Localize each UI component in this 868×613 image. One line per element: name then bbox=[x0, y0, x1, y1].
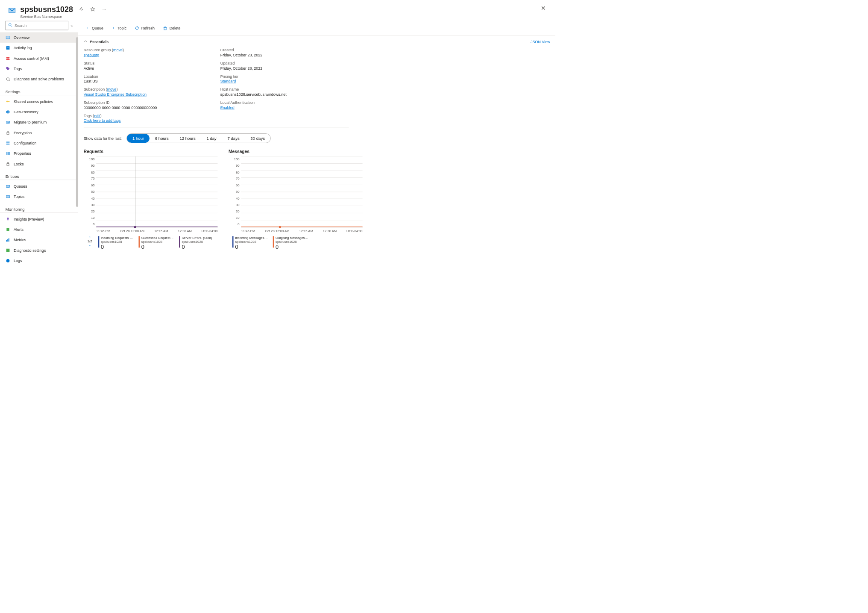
subscription-label: Subscription (move) bbox=[84, 87, 212, 91]
chevron-up-icon bbox=[84, 39, 88, 44]
y-tick: 60 bbox=[236, 183, 240, 187]
pricing-tier-label: Pricing tier bbox=[220, 74, 349, 78]
sidebar-item-locks[interactable]: Locks bbox=[0, 159, 78, 169]
sidebar-item-label: Diagnose and solve problems bbox=[14, 77, 64, 81]
plot-area[interactable] bbox=[96, 156, 217, 227]
sidebar-item-access-control-iam-[interactable]: Access control (IAM) bbox=[0, 53, 78, 63]
local-auth-value[interactable]: Enabled bbox=[220, 105, 349, 109]
delete-button[interactable]: Delete bbox=[160, 24, 184, 32]
legend-item[interactable]: Incoming Requests (Sum)spsbusns10280 bbox=[98, 236, 134, 250]
svg-line-2 bbox=[11, 26, 12, 27]
search-icon bbox=[9, 23, 12, 28]
y-tick: 100 bbox=[234, 157, 240, 161]
status-value: Active bbox=[84, 66, 212, 70]
json-view-link[interactable]: JSON View bbox=[531, 39, 550, 44]
legend-series-name: Incoming Messages (Sum) bbox=[235, 236, 268, 240]
svg-rect-3 bbox=[6, 36, 10, 38]
y-tick: 80 bbox=[91, 170, 95, 174]
page-subtitle: Service Bus Namespace bbox=[20, 14, 537, 18]
sidebar-item-tags[interactable]: Tags bbox=[0, 63, 78, 74]
refresh-button[interactable]: Refresh bbox=[132, 24, 158, 32]
sidebar-item-diagnose-and-solve-problems[interactable]: Diagnose and solve problems bbox=[0, 74, 78, 84]
sidebar-item-migrate-to-premium[interactable]: Migrate to premium bbox=[0, 117, 78, 127]
alerts-icon bbox=[6, 227, 11, 232]
svg-point-1 bbox=[9, 24, 11, 26]
star-icon[interactable] bbox=[89, 6, 96, 12]
legend-item[interactable]: Incoming Messages (Sum)spsbusns10280 bbox=[232, 236, 268, 250]
time-option-30-days[interactable]: 30 days bbox=[245, 134, 270, 143]
legend-color-bar bbox=[98, 236, 100, 248]
resource-group-label: Resource group (move) bbox=[84, 48, 212, 52]
svg-rect-17 bbox=[7, 133, 9, 134]
chart-title: Messages bbox=[229, 149, 363, 154]
sidebar-item-shared-access-policies[interactable]: Shared access policies bbox=[0, 96, 78, 106]
svg-line-11 bbox=[9, 80, 10, 81]
legend-series-value: 0 bbox=[276, 244, 308, 250]
svg-rect-5 bbox=[7, 47, 9, 47]
sidebar-item-topics[interactable]: Topics bbox=[0, 192, 78, 202]
tags-add-link[interactable]: Click here to add tags bbox=[84, 118, 349, 123]
chevron-up-icon[interactable]: ⌃ bbox=[88, 236, 91, 239]
sidebar-item-activity-log[interactable]: Activity log bbox=[0, 43, 78, 53]
legend-series-value: 0 bbox=[141, 244, 174, 250]
sidebar-item-queues[interactable]: Queues bbox=[0, 181, 78, 192]
sidebar-item-alerts[interactable]: Alerts bbox=[0, 224, 78, 235]
time-option-7-days[interactable]: 7 days bbox=[222, 134, 245, 143]
search-input[interactable] bbox=[15, 23, 65, 27]
sidebar-item-overview[interactable]: Overview bbox=[0, 32, 78, 43]
updated-value: Friday, October 28, 2022 bbox=[220, 66, 349, 70]
sidebar-item-diagnostic-settings[interactable]: Diagnostic settings bbox=[0, 245, 78, 255]
sidebar-item-logs[interactable]: Logs bbox=[0, 256, 78, 266]
resource-group-value[interactable]: spsbusrg bbox=[84, 53, 212, 57]
scrollbar[interactable] bbox=[76, 37, 78, 207]
legend-series-sub: spsbusns1028 bbox=[101, 240, 134, 244]
sidebar-item-configuration[interactable]: Configuration bbox=[0, 138, 78, 148]
sidebar-item-geo-recovery[interactable]: Geo-Recovery bbox=[0, 107, 78, 117]
sidebar-item-properties[interactable]: Properties bbox=[0, 148, 78, 159]
sidebar-item-metrics[interactable]: Metrics bbox=[0, 235, 78, 245]
subscription-id-label: Subscription ID bbox=[84, 100, 212, 105]
topic-button[interactable]: ＋Topic bbox=[108, 24, 129, 32]
svg-point-31 bbox=[6, 259, 10, 262]
svg-rect-32 bbox=[164, 27, 166, 30]
service-bus-icon bbox=[8, 6, 16, 15]
legend-item[interactable]: Outgoing Messages (Sum)spsbusns10280 bbox=[273, 236, 308, 250]
chevron-down-icon[interactable]: ⌄ bbox=[88, 243, 91, 247]
svg-rect-20 bbox=[6, 152, 7, 155]
time-option-1-day[interactable]: 1 day bbox=[201, 134, 222, 143]
time-option-1-hour[interactable]: 1 hour bbox=[127, 134, 150, 143]
time-option-12-hours[interactable]: 12 hours bbox=[174, 134, 201, 143]
activity-log-icon bbox=[6, 46, 11, 50]
sidebar-item-insights-preview-[interactable]: Insights (Preview) bbox=[0, 214, 78, 224]
time-option-6-hours[interactable]: 6 hours bbox=[150, 134, 174, 143]
close-icon[interactable]: ✕ bbox=[541, 5, 546, 12]
search-input-wrap[interactable] bbox=[6, 21, 68, 30]
svg-rect-28 bbox=[7, 239, 8, 242]
svg-rect-9 bbox=[6, 59, 10, 60]
sidebar-item-encryption[interactable]: Encryption bbox=[0, 127, 78, 138]
subscription-value[interactable]: Visual Studio Enterprise Subscription bbox=[84, 92, 212, 97]
diagnose-icon bbox=[6, 77, 11, 81]
legend-item[interactable]: Server Errors. (Sum)spsbusns10280 bbox=[179, 236, 212, 250]
subscription-move-link[interactable]: move bbox=[107, 87, 117, 91]
legend-series-sub: spsbusns1028 bbox=[235, 240, 268, 244]
y-tick: 20 bbox=[236, 209, 240, 213]
essentials-toggle[interactable]: Essentials bbox=[84, 39, 108, 44]
sidebar-item-label: Topics bbox=[14, 195, 24, 199]
resource-group-move-link[interactable]: move bbox=[113, 48, 123, 52]
pin-icon[interactable] bbox=[78, 6, 84, 12]
x-tick: 12:15 AM bbox=[154, 229, 168, 233]
queue-button[interactable]: ＋Queue bbox=[82, 24, 106, 32]
time-range-label: Show data for the last: bbox=[84, 136, 122, 140]
chart-requests: Requests100908070605040302010011:45 PMOc… bbox=[84, 149, 218, 250]
legend-item[interactable]: Successful Requests …spsbusns10280 bbox=[138, 236, 174, 250]
collapse-sidebar-icon[interactable]: « bbox=[70, 23, 73, 27]
plot-area[interactable] bbox=[241, 156, 362, 227]
svg-rect-24 bbox=[6, 185, 10, 187]
svg-rect-27 bbox=[6, 240, 7, 242]
essentials-heading: Essentials bbox=[90, 39, 108, 44]
more-icon[interactable]: ··· bbox=[101, 6, 107, 12]
pricing-tier-value[interactable]: Standard bbox=[220, 79, 349, 83]
legend-series-value: 0 bbox=[235, 244, 268, 250]
tags-edit-link[interactable]: edit bbox=[94, 114, 100, 118]
